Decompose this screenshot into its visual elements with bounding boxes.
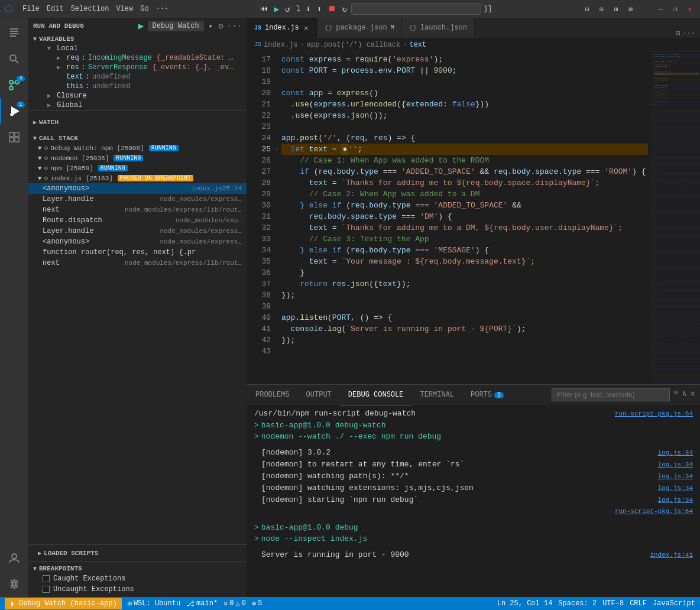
status-debug-btn[interactable]: ⏵ Debug Watch (basic-app): [5, 598, 122, 609]
panel-filter-input[interactable]: [552, 388, 670, 401]
cs-frame-route-dispatch[interactable]: Route.dispatch node_modules/exp…: [28, 215, 247, 226]
split-editor-btn[interactable]: ⊡: [676, 29, 680, 38]
debug-step-out-btn[interactable]: ⬆: [315, 4, 323, 14]
menu-file[interactable]: File: [22, 5, 40, 13]
title-search-input[interactable]: [351, 3, 481, 15]
tab-launchjson[interactable]: {} launch.json: [402, 18, 475, 38]
cs-frame-anonymous[interactable]: <anonymous> index.js 25:14: [28, 183, 247, 194]
nodemon-starting-loc[interactable]: log.js:34: [658, 495, 693, 506]
tab-packagejson[interactable]: {} package.json M: [317, 18, 402, 38]
maximize-btn[interactable]: ❐: [670, 5, 681, 13]
var-item-text[interactable]: text : undefined: [28, 72, 247, 82]
status-encoding[interactable]: UTF-8: [602, 599, 624, 608]
cs-frame-layer-handle2[interactable]: Layer.handle node_modules/express…: [28, 226, 247, 236]
menu-selection[interactable]: Selection: [71, 5, 109, 13]
cs-frame-router[interactable]: function router(req, res, next) {.pr: [28, 247, 247, 258]
layout-btn4[interactable]: ⊠: [626, 5, 637, 13]
activity-extensions[interactable]: [0, 124, 28, 150]
close-btn[interactable]: ✕: [684, 5, 695, 13]
panel-tab-ports[interactable]: PORTS 5: [462, 385, 512, 405]
debug-back-btn[interactable]: ⏮: [258, 4, 270, 14]
nodemon-ver-loc[interactable]: log.js:34: [658, 447, 693, 459]
tab-indexjs[interactable]: JS index.js ✕: [247, 18, 317, 38]
panel-tab-terminal[interactable]: TERMINAL: [411, 385, 462, 405]
debug-more-btn[interactable]: ···: [227, 21, 242, 31]
debug-step-over-btn[interactable]: ⤵: [294, 4, 302, 14]
code-content[interactable]: const express = require('express'); cons…: [277, 51, 653, 384]
panel-list-view-btn[interactable]: ≡: [673, 388, 678, 401]
var-item-res[interactable]: ▶ res : ServerResponse {_events: {…}, _e…: [28, 63, 247, 72]
more-tabs-btn[interactable]: ···: [682, 30, 695, 38]
nodemon-ext-loc[interactable]: log.js:34: [658, 483, 693, 494]
activity-account[interactable]: [0, 545, 28, 571]
menu-view[interactable]: View: [116, 5, 133, 13]
panel-tab-output[interactable]: OUTPUT: [298, 385, 340, 405]
status-spaces[interactable]: Spaces: 2: [558, 599, 597, 608]
variables-section-header[interactable]: VARIABLES: [28, 34, 247, 44]
panel-close-btn[interactable]: ✕: [691, 388, 695, 401]
breadcrumb-file[interactable]: index.js: [264, 41, 298, 49]
loaded-scripts-header[interactable]: LOADED SCRIPTS: [33, 549, 247, 558]
status-branch[interactable]: ⎇ main*: [186, 599, 218, 608]
cs-group-indexjs[interactable]: ▼ ⚙ index.js [25183] PAUSED ON BREAKPOIN…: [28, 173, 247, 183]
variables-local-header[interactable]: ▼ Local: [28, 44, 247, 53]
debug-settings-btn[interactable]: ⚙: [218, 21, 223, 31]
run-script-loc[interactable]: run-script-pkg.js:64: [615, 506, 693, 517]
breadcrumb-callback[interactable]: app.post('/') callback: [307, 41, 400, 49]
config-chevron[interactable]: ▾: [209, 22, 213, 30]
debug-play-btn[interactable]: ▶: [138, 20, 144, 32]
nodemon-restart-loc[interactable]: log.js:34: [658, 459, 693, 471]
bp-caught-checkbox[interactable]: [43, 575, 50, 582]
layout-btn3[interactable]: ⊞: [611, 5, 622, 13]
bp-uncaught-checkbox[interactable]: [43, 586, 50, 593]
var-closure[interactable]: ▶ Closure: [28, 91, 247, 100]
activity-settings[interactable]: [0, 571, 28, 597]
status-language[interactable]: JavaScript: [653, 599, 695, 608]
menu-edit[interactable]: Edit: [47, 5, 64, 13]
watch-section-header[interactable]: WATCH: [28, 118, 247, 127]
activity-source-control[interactable]: 4: [0, 72, 28, 98]
debug-hot-reload-btn[interactable]: ↻: [340, 4, 348, 14]
activity-run-debug[interactable]: 1: [0, 98, 28, 124]
menu-more[interactable]: ···: [156, 5, 169, 13]
call-stack-header[interactable]: CALL STACK: [28, 134, 247, 143]
status-errors[interactable]: ✕ 0 ⚠ 0: [223, 599, 246, 608]
breakpoints-header[interactable]: BREAKPOINTS: [28, 564, 247, 573]
activity-explorer[interactable]: [0, 20, 28, 46]
cs-group-npm[interactable]: ▼ ⚙ npm [25059] RUNNING: [28, 163, 247, 173]
status-line-ending[interactable]: CRLF: [630, 599, 647, 608]
panel-tab-debug-console[interactable]: DEBUG CONSOLE: [340, 385, 412, 405]
panel-tab-problems[interactable]: PROBLEMS: [247, 385, 298, 405]
tab-indexjs-close[interactable]: ✕: [303, 23, 310, 33]
cs-frame-next1[interactable]: next node_modules/express/lib/rout…: [28, 205, 247, 215]
cs-group-nodemon[interactable]: ▼ ⚙ nodemon [25036] RUNNING: [28, 153, 247, 163]
cs-frame-anonymous2[interactable]: <anonymous> node_modules/express…: [28, 236, 247, 247]
layout-btn2[interactable]: ⊡: [596, 5, 607, 13]
debug-restart-btn[interactable]: ↺: [283, 4, 291, 14]
status-cursor[interactable]: Ln 25, Col 14: [497, 599, 553, 608]
var-item-this[interactable]: this : undefined: [28, 82, 247, 91]
activity-search[interactable]: [0, 46, 28, 72]
console-cmd-loc[interactable]: run-script-pkg.js:64: [615, 408, 693, 420]
debug-config-label[interactable]: Debug Watch: [148, 21, 204, 31]
layout-btn1[interactable]: ⊟: [582, 5, 593, 13]
menu-go[interactable]: Go: [140, 5, 148, 13]
server-running-loc[interactable]: index.js:41: [650, 550, 693, 561]
cs-group-debug-watch[interactable]: ▼ ⚙ Debug Watch: npm [25008] RUNNING: [28, 143, 247, 153]
console-node-inspect: node --inspect index.js: [261, 533, 367, 544]
code-editor[interactable]: 1718192021 22232425 2627282930 313233343…: [247, 51, 653, 384]
cs-frame-layer-handle1[interactable]: Layer.handle node_modules/express…: [28, 194, 247, 205]
panel-collapse-btn[interactable]: ∧: [682, 388, 686, 401]
debug-stop-btn[interactable]: ⏹: [326, 4, 338, 14]
status-ports[interactable]: ⊗ 5: [252, 599, 262, 608]
var-global[interactable]: ▶ Global: [28, 100, 247, 110]
status-wsl[interactable]: ⊞ WSL: Ubuntu: [128, 599, 180, 608]
minimize-btn[interactable]: —: [655, 5, 666, 12]
cs-frame-next2[interactable]: next node_modules/express/lib/rout…: [28, 258, 247, 268]
text-value: undefined: [92, 73, 131, 81]
nodemon-watching-loc[interactable]: log.js:34: [658, 471, 693, 482]
breadcrumb-var[interactable]: text: [409, 41, 426, 49]
debug-continue-btn[interactable]: ▶: [273, 4, 281, 14]
var-item-req[interactable]: ▶ req : IncomingMessage {_readableState:…: [28, 53, 247, 63]
debug-step-in-btn[interactable]: ⬇: [304, 4, 313, 14]
